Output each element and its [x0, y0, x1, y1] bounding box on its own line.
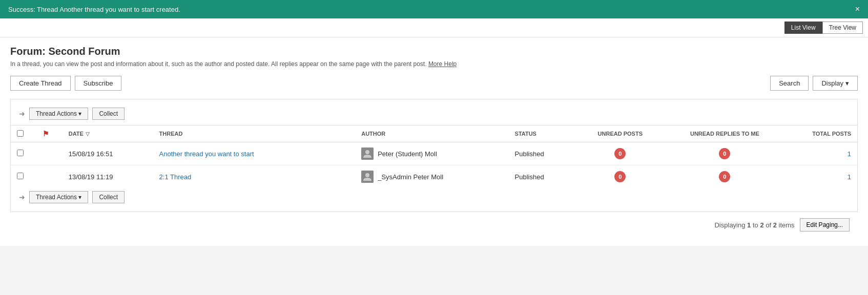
- row-flag-cell: [36, 165, 62, 188]
- arrow-right-icon-bottom: ➜: [19, 193, 25, 201]
- tree-view-button[interactable]: Tree View: [822, 22, 863, 34]
- col-header-author: Author: [355, 125, 508, 142]
- avatar-1: [361, 171, 374, 183]
- row-author: _SysAdmin Peter Moll: [355, 165, 508, 188]
- toolbar: Create Thread Subscribe Search Display ▾: [10, 76, 858, 91]
- row-total-posts: 1: [788, 165, 857, 188]
- list-view-button[interactable]: List View: [784, 22, 822, 34]
- success-message: Success: Thread Another thread you want …: [8, 6, 180, 13]
- success-banner: Success: Thread Another thread you want …: [0, 0, 868, 18]
- author-name-0: Peter (Student) Moll: [378, 150, 437, 158]
- chevron-down-icon: ▾: [78, 110, 81, 117]
- toolbar-right: Search Display ▾: [770, 76, 858, 91]
- flag-icon: ⚑: [43, 130, 49, 138]
- forum-description: In a thread, you can view the post and i…: [10, 60, 858, 68]
- col-header-thread: Thread: [153, 125, 356, 142]
- create-thread-button[interactable]: Create Thread: [10, 76, 71, 91]
- col-header-unread-posts: Unread Posts: [578, 125, 662, 142]
- svg-point-3: [365, 173, 369, 177]
- col-header-total-posts: Total Posts: [788, 125, 857, 142]
- bottom-actions-bar: ➜ Thread Actions ▾ Collect: [11, 188, 857, 206]
- row-total-posts: 1: [788, 142, 857, 165]
- forum-title: Forum: Second Forum: [10, 46, 858, 57]
- avatar-0: [361, 148, 374, 160]
- row-checkbox-cell: [11, 165, 36, 188]
- author-name-1: _SysAdmin Peter Moll: [378, 173, 443, 181]
- total-link-0[interactable]: 1: [848, 150, 851, 158]
- top-collect-button[interactable]: Collect: [92, 108, 125, 120]
- table-row: 13/08/19 11:19 2:1 Thread _SysAdmin Pete…: [11, 165, 857, 188]
- svg-point-1: [365, 150, 369, 154]
- paging-bar: Displaying 1 to 2 of 2 items Edit Paging…: [10, 212, 858, 238]
- col-header-checkbox: [11, 125, 36, 142]
- thread-table-wrapper: ➜ Thread Actions ▾ Collect ⚑: [10, 99, 858, 212]
- row-thread: Another thread you want to start: [153, 142, 356, 165]
- bottom-collect-button[interactable]: Collect: [92, 191, 125, 203]
- top-thread-actions-button[interactable]: Thread Actions ▾: [29, 108, 88, 120]
- col-header-flag: ⚑: [36, 125, 62, 142]
- col-header-date: Date ▽: [63, 125, 153, 142]
- chevron-down-icon: ▾: [78, 194, 81, 201]
- chevron-down-icon: ▾: [845, 79, 849, 87]
- row-checkbox-1[interactable]: [17, 173, 24, 179]
- row-flag-cell: [36, 142, 62, 165]
- unread-posts-badge-1: 0: [614, 171, 626, 182]
- row-unread-posts: 0: [578, 165, 662, 188]
- row-unread-replies: 0: [662, 165, 788, 188]
- search-button[interactable]: Search: [770, 76, 809, 91]
- bottom-thread-actions-button[interactable]: Thread Actions ▾: [29, 191, 88, 203]
- col-header-status: Status: [509, 125, 578, 142]
- thread-link-0[interactable]: Another thread you want to start: [159, 150, 254, 158]
- view-toggle-bar: List View Tree View: [0, 18, 868, 37]
- display-button[interactable]: Display ▾: [813, 76, 858, 91]
- row-status: Published: [509, 142, 578, 165]
- row-author: Peter (Student) Moll: [355, 142, 508, 165]
- page-content: Forum: Second Forum In a thread, you can…: [0, 37, 868, 246]
- row-status: Published: [509, 165, 578, 188]
- thread-table: ⚑ Date ▽ Thread Author Status Unread Pos…: [11, 125, 857, 188]
- row-unread-posts: 0: [578, 142, 662, 165]
- unread-replies-badge-0: 0: [719, 148, 730, 159]
- top-actions-bar: ➜ Thread Actions ▾ Collect: [11, 104, 857, 123]
- unread-posts-badge-0: 0: [614, 148, 626, 159]
- toolbar-left: Create Thread Subscribe: [10, 76, 121, 91]
- more-help-link[interactable]: More Help: [428, 60, 457, 68]
- row-checkbox-cell: [11, 142, 36, 165]
- table-row: 15/08/19 16:51 Another thread you want t…: [11, 142, 857, 165]
- row-date: 13/08/19 11:19: [63, 165, 153, 188]
- select-all-checkbox[interactable]: [17, 130, 24, 137]
- total-link-1[interactable]: 1: [848, 173, 851, 181]
- thread-link-1[interactable]: 2:1 Thread: [159, 173, 192, 181]
- paging-text: Displaying 1 to 2 of 2 items: [714, 221, 794, 229]
- arrow-right-icon: ➜: [19, 110, 25, 118]
- edit-paging-button[interactable]: Edit Paging...: [800, 218, 850, 231]
- row-thread: 2:1 Thread: [153, 165, 356, 188]
- banner-close-button[interactable]: ×: [855, 5, 860, 13]
- sort-icon: ▽: [86, 131, 90, 137]
- unread-replies-badge-1: 0: [719, 171, 730, 182]
- col-header-unread-replies: Unread Replies To Me: [662, 125, 788, 142]
- row-date: 15/08/19 16:51: [63, 142, 153, 165]
- row-unread-replies: 0: [662, 142, 788, 165]
- row-checkbox-0[interactable]: [17, 150, 24, 156]
- subscribe-button[interactable]: Subscribe: [75, 76, 122, 91]
